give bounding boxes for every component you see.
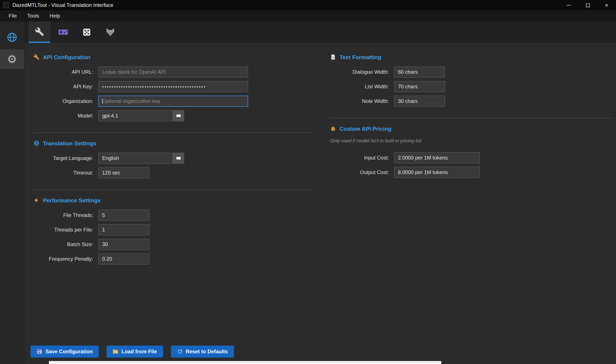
window-controls: × xyxy=(559,0,616,10)
bottom-status-strip xyxy=(49,361,441,364)
api-url-input[interactable] xyxy=(98,66,248,78)
section-title-text: API Configuration xyxy=(43,54,90,60)
list-width-input[interactable] xyxy=(394,81,445,92)
section-divider xyxy=(33,190,314,190)
field-row-organization: Organization: xyxy=(33,96,314,107)
dialogue-width-label: Dialogue Width: xyxy=(330,69,389,75)
money-bag-icon xyxy=(330,126,336,132)
section-title-text: Custom API Pricing xyxy=(340,125,392,132)
menubar: File Tools Help xyxy=(0,10,616,21)
dropdown-arrow-icon xyxy=(176,115,180,117)
file-threads-input[interactable] xyxy=(98,210,149,221)
menu-help[interactable]: Help xyxy=(44,10,65,21)
button-label: Load from File xyxy=(122,349,157,355)
section-divider xyxy=(330,118,613,118)
organization-input[interactable] xyxy=(98,96,248,107)
save-icon xyxy=(37,349,42,355)
dropdown-button[interactable] xyxy=(173,153,184,163)
sidebar-item-settings[interactable]: ⚙ xyxy=(0,49,24,69)
api-key-input[interactable] xyxy=(98,81,248,92)
batch-size-label: Batch Size: xyxy=(33,241,93,247)
save-configuration-button[interactable]: Save Configuration xyxy=(30,346,99,358)
dropdown-arrow-icon xyxy=(176,157,180,159)
field-row-model: Model: gpt-4.1 xyxy=(33,110,314,121)
field-row-dialogue-width: Dialogue Width: xyxy=(330,66,613,78)
threads-per-file-input[interactable] xyxy=(98,224,149,235)
note-width-input[interactable] xyxy=(394,96,445,107)
sidebar: ⚙ xyxy=(0,21,25,364)
input-cost-input[interactable] xyxy=(394,152,480,163)
dice-icon xyxy=(82,27,91,37)
tab-settings[interactable] xyxy=(29,21,50,43)
document-icon xyxy=(330,54,336,60)
field-row-target-language: Target Language: English xyxy=(33,153,314,164)
performance-settings-header: Performance Settings xyxy=(33,196,314,204)
model-select[interactable]: gpt-4.1 xyxy=(98,110,184,121)
field-row-threads-per-file: Threads per File: xyxy=(33,224,314,235)
close-icon: × xyxy=(605,2,608,9)
tab-dice[interactable] xyxy=(76,21,97,43)
field-row-api-url: API URL: xyxy=(33,66,314,78)
load-from-file-button[interactable]: Load from File xyxy=(107,346,163,358)
api-configuration-header: API Configuration xyxy=(33,53,314,61)
wrench-icon xyxy=(35,27,44,36)
menu-tools[interactable]: Tools xyxy=(22,10,44,21)
dropdown-button[interactable] xyxy=(173,111,184,121)
minimize-button[interactable] xyxy=(559,0,578,10)
translation-settings-header: Translation Settings xyxy=(33,139,314,147)
maximize-icon xyxy=(586,3,589,7)
folder-icon xyxy=(112,349,119,355)
reset-to-defaults-button[interactable]: Reset to Defaults xyxy=(171,346,234,358)
fox-icon xyxy=(105,27,115,37)
field-row-api-key: API Key: xyxy=(33,81,314,92)
dialogue-width-input[interactable] xyxy=(394,66,445,78)
organization-label: Organization: xyxy=(33,98,93,104)
globe-icon xyxy=(6,32,18,43)
output-cost-label: Output Cost: xyxy=(330,169,389,175)
api-url-label: API URL: xyxy=(33,69,93,75)
timeout-input[interactable] xyxy=(98,167,149,178)
target-language-label: Target Language: xyxy=(33,155,93,161)
custom-api-pricing-header: Custom API Pricing xyxy=(330,125,613,132)
right-column: Text Formatting Dialogue Width: List Wid… xyxy=(330,43,613,181)
list-width-label: List Width: xyxy=(330,84,389,90)
section-title-text: Performance Settings xyxy=(43,197,101,203)
lightning-icon xyxy=(33,197,40,203)
sidebar-item-translate[interactable] xyxy=(0,27,24,47)
tab-games[interactable] xyxy=(52,21,74,43)
wrench-small-icon xyxy=(33,54,40,60)
tab-bar xyxy=(25,21,616,43)
gamepad-icon xyxy=(58,27,68,37)
file-threads-label: File Threads: xyxy=(33,212,93,218)
action-buttons: Save Configuration Load from File Reset … xyxy=(30,346,234,358)
target-language-select[interactable]: English xyxy=(98,153,184,164)
gear-icon: ⚙ xyxy=(7,53,17,65)
app-icon xyxy=(3,2,9,8)
note-width-label: Note Width: xyxy=(330,98,389,104)
text-caret xyxy=(102,98,103,104)
field-row-batch-size: Batch Size: xyxy=(33,239,314,250)
threads-per-file-label: Threads per File: xyxy=(33,227,93,233)
maximize-button[interactable] xyxy=(578,0,597,10)
target-language-value: English xyxy=(99,153,173,163)
field-row-output-cost: Output Cost: xyxy=(330,167,613,178)
app-window: DazedMTLTool - Visual Translation Interf… xyxy=(0,0,616,364)
menu-file[interactable]: File xyxy=(3,10,22,21)
input-cost-label: Input Cost: xyxy=(330,155,389,161)
close-button[interactable]: × xyxy=(597,0,616,10)
reset-icon xyxy=(177,349,183,355)
output-cost-input[interactable] xyxy=(394,167,480,178)
button-label: Save Configuration xyxy=(45,349,93,355)
frequency-penalty-input[interactable] xyxy=(98,253,149,264)
button-label: Reset to Defaults xyxy=(186,349,228,355)
tab-mtool[interactable] xyxy=(100,21,121,43)
batch-size-input[interactable] xyxy=(98,239,149,250)
model-select-value: gpt-4.1 xyxy=(99,111,173,121)
field-row-timeout: Timeout: xyxy=(33,167,314,178)
organization-input-wrap xyxy=(98,96,248,107)
section-title-text: Translation Settings xyxy=(43,140,96,146)
section-divider xyxy=(33,132,314,133)
field-row-note-width: Note Width: xyxy=(330,96,613,107)
globe-small-icon xyxy=(33,140,40,146)
pricing-note: Only used if model isn't in built-in pri… xyxy=(330,138,613,143)
